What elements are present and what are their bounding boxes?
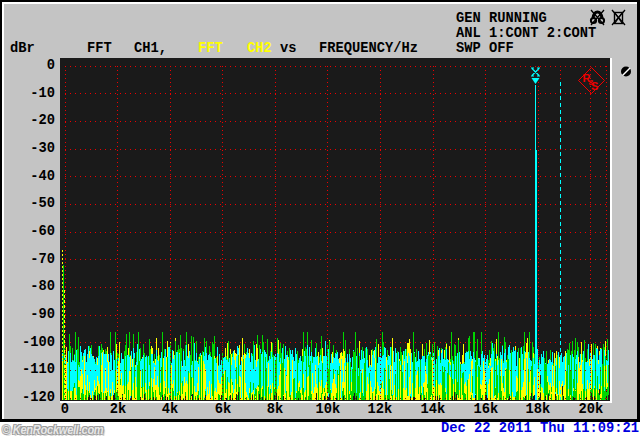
svg-text:S: S xyxy=(591,80,598,92)
